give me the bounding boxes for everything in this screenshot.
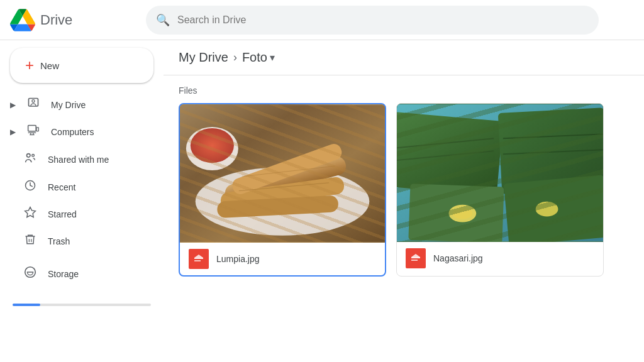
- expand-arrow-icon: ▶: [10, 101, 16, 109]
- svg-marker-11: [25, 207, 36, 217]
- svg-rect-27: [194, 260, 201, 261]
- sidebar-item-storage[interactable]: Storage: [0, 260, 153, 287]
- svg-rect-33: [498, 107, 603, 194]
- lumpia-thumbnail: [180, 104, 385, 243]
- svg-rect-22: [230, 142, 344, 197]
- sidebar-item-my-drive[interactable]: ▶ My Drive: [0, 92, 153, 118]
- svg-rect-36: [408, 184, 504, 242]
- breadcrumb-chevron-icon: ›: [233, 51, 237, 64]
- svg-rect-21: [217, 195, 339, 219]
- computers-icon: [26, 124, 41, 140]
- my-drive-icon: [26, 97, 41, 112]
- starred-icon: [23, 206, 38, 222]
- svg-rect-19: [223, 155, 348, 205]
- sidebar-item-recent[interactable]: Recent: [0, 174, 153, 200]
- app-header: Drive 🔍: [0, 0, 644, 40]
- svg-line-31: [397, 138, 494, 148]
- file-card-lumpia[interactable]: Lumpia.jpg: [179, 103, 386, 277]
- storage-icon: [23, 265, 38, 282]
- svg-rect-3: [36, 128, 38, 131]
- files-grid: Lumpia.jpg: [179, 103, 629, 277]
- svg-rect-14: [180, 105, 385, 241]
- svg-rect-2: [28, 126, 36, 131]
- main-content: My Drive › Foto ▾ Files: [164, 40, 644, 362]
- svg-point-8: [27, 154, 31, 158]
- svg-line-24: [239, 183, 329, 191]
- sidebar: + New ▶ My Drive ▶: [0, 40, 164, 362]
- storage-bar-fill: [13, 304, 40, 306]
- svg-point-18: [191, 128, 234, 163]
- svg-line-34: [503, 134, 603, 138]
- lumpia-filename: Lumpia.jpg: [216, 254, 260, 264]
- new-button[interactable]: + New: [10, 48, 153, 83]
- recent-icon: [23, 179, 38, 195]
- sidebar-shared-label: Shared with me: [48, 155, 109, 165]
- breadcrumb: My Drive › Foto ▾: [164, 40, 644, 75]
- breadcrumb-current-label: Foto: [242, 50, 267, 65]
- svg-point-17: [186, 127, 238, 170]
- svg-point-38: [448, 205, 476, 222]
- new-button-label: New: [40, 60, 59, 71]
- svg-point-16: [196, 167, 370, 236]
- svg-point-39: [452, 208, 472, 219]
- plus-icon: +: [25, 58, 34, 73]
- search-input[interactable]: [177, 14, 589, 26]
- sidebar-item-shared[interactable]: Shared with me: [0, 146, 153, 173]
- nagasari-image: [397, 104, 603, 242]
- logo-area: Drive: [10, 8, 136, 33]
- sidebar-my-drive-label: My Drive: [51, 100, 86, 110]
- svg-rect-20: [219, 176, 345, 211]
- svg-rect-37: [504, 175, 603, 242]
- svg-line-23: [242, 166, 335, 177]
- breadcrumb-current-folder[interactable]: Foto ▾: [242, 50, 275, 65]
- nagasari-type-icon: [406, 248, 426, 268]
- drive-logo-icon: [10, 8, 35, 33]
- svg-rect-30: [397, 112, 503, 196]
- trash-icon: [23, 233, 38, 249]
- svg-point-1: [32, 100, 35, 102]
- sidebar-storage-label: Storage: [48, 269, 79, 279]
- search-icon: 🔍: [156, 13, 170, 27]
- svg-rect-26: [194, 258, 203, 259]
- nagasari-file-info: Nagasari.jpg: [397, 242, 603, 275]
- file-card-nagasari[interactable]: Nagasari.jpg: [396, 103, 604, 277]
- svg-rect-43: [411, 260, 418, 261]
- expand-arrow-computers-icon: ▶: [10, 128, 16, 136]
- sidebar-computers-label: Computers: [51, 127, 94, 137]
- svg-point-9: [32, 155, 35, 157]
- app-title: Drive: [40, 12, 72, 28]
- svg-rect-42: [411, 257, 420, 258]
- nagasari-filename: Nagasari.jpg: [433, 253, 483, 263]
- svg-line-35: [503, 150, 603, 154]
- nagasari-thumbnail: [397, 104, 603, 242]
- sidebar-item-computers[interactable]: ▶ Computers: [0, 119, 153, 145]
- lumpia-file-info: Lumpia.jpg: [180, 243, 385, 275]
- breadcrumb-dropdown-icon[interactable]: ▾: [270, 52, 275, 63]
- storage-bar: [13, 304, 151, 306]
- svg-line-32: [397, 151, 494, 160]
- files-section-label: Files: [179, 85, 629, 96]
- files-section: Files: [164, 75, 644, 282]
- svg-rect-15: [180, 105, 385, 241]
- storage-bar-container: [13, 299, 151, 306]
- sidebar-item-trash[interactable]: Trash: [0, 228, 153, 254]
- sidebar-trash-label: Trash: [48, 236, 70, 246]
- sidebar-item-starred[interactable]: Starred: [0, 201, 153, 227]
- body-area: + New ▶ My Drive ▶: [0, 40, 644, 362]
- svg-rect-29: [397, 104, 603, 242]
- lumpia-type-icon: [189, 249, 209, 269]
- shared-icon: [23, 151, 38, 168]
- lumpia-image: [180, 104, 385, 243]
- svg-point-40: [536, 202, 558, 217]
- sidebar-starred-label: Starred: [48, 209, 77, 219]
- search-bar[interactable]: 🔍: [146, 6, 599, 35]
- breadcrumb-root[interactable]: My Drive: [179, 50, 228, 65]
- sidebar-recent-label: Recent: [48, 182, 75, 192]
